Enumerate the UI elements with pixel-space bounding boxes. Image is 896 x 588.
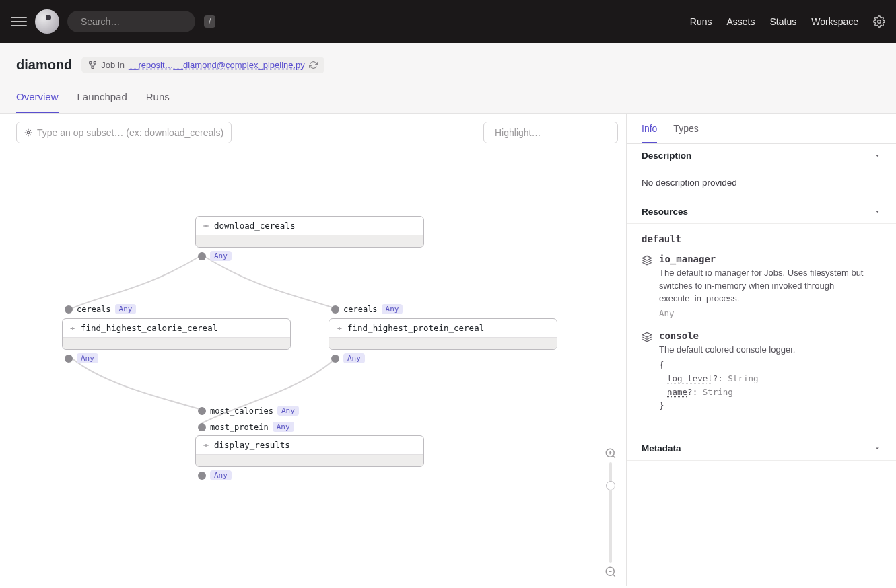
port-dot-icon	[331, 355, 339, 363]
page-tabs: Overview Launchpad Runs	[16, 91, 880, 113]
type-badge: Any	[382, 304, 403, 314]
input-port-cereals[interactable]: cereals Any	[65, 304, 136, 314]
reload-icon[interactable]	[309, 61, 318, 69]
zoom-control	[605, 447, 617, 578]
type-badge: Any	[210, 251, 232, 261]
sub-header: diamond Job in __reposit…__diamond@compl…	[0, 43, 896, 114]
section-header-metadata[interactable]: Metadata	[627, 437, 896, 461]
resource-title: io_manager	[659, 254, 881, 264]
search-shortcut-hint: /	[204, 15, 215, 28]
svg-marker-29	[642, 332, 651, 337]
job-location-badge: Job in __reposit…__diamond@complex_pipel…	[81, 57, 324, 73]
op-subset-input[interactable]	[37, 127, 224, 138]
op-label: display_results	[214, 440, 290, 450]
section-header-description[interactable]: Description	[627, 144, 896, 168]
svg-rect-5	[92, 66, 94, 68]
resources-body: default io_manager The default io manage…	[627, 224, 896, 437]
content-area: download_cereals Any cereals Any find_hi…	[0, 114, 896, 586]
op-node-display-results[interactable]: display_results	[195, 435, 424, 467]
svg-point-2	[878, 20, 881, 24]
op-node-download-cereals[interactable]: download_cereals	[195, 216, 424, 248]
side-tab-types[interactable]: Types	[673, 123, 698, 143]
type-badge: Any	[343, 353, 365, 363]
resource-description: The default io manager for Jobs. Uses fi…	[659, 267, 881, 305]
svg-point-9	[205, 225, 207, 227]
tab-runs[interactable]: Runs	[146, 91, 170, 113]
resource-title: console	[659, 330, 795, 341]
description-body: No description provided	[627, 168, 896, 200]
port-dot-icon	[65, 305, 73, 314]
chevron-down-icon	[874, 152, 881, 159]
op-label: find_highest_calorie_cereal	[81, 323, 217, 333]
graph-canvas[interactable]: download_cereals Any cereals Any find_hi…	[0, 114, 627, 586]
global-search[interactable]: /	[67, 11, 195, 32]
top-bar: / Runs Assets Status Workspace	[0, 0, 896, 43]
port-dot-icon	[198, 252, 206, 260]
section-header-resources[interactable]: Resources	[627, 200, 896, 224]
svg-line-22	[613, 455, 615, 457]
svg-point-6	[27, 131, 30, 134]
output-port[interactable]: Any	[65, 353, 98, 363]
resource-item-console: console The default colored console logg…	[642, 330, 881, 413]
side-panel-tabs: Info Types	[627, 114, 896, 144]
op-label: find_highest_protein_cereal	[347, 323, 484, 333]
input-label: cereals	[343, 305, 378, 314]
type-badge: Any	[115, 304, 137, 314]
tab-overview[interactable]: Overview	[16, 91, 59, 113]
resource-type: Any	[659, 308, 881, 318]
gear-icon[interactable]	[873, 15, 885, 28]
section-title: Resources	[642, 207, 688, 217]
op-subset-filter[interactable]	[16, 122, 232, 143]
port-dot-icon	[198, 472, 206, 480]
nav-runs[interactable]: Runs	[690, 16, 712, 27]
svg-line-26	[613, 574, 615, 576]
job-location-link[interactable]: __reposit…__diamond@complex_pipeline.py	[129, 60, 305, 70]
side-panel: Info Types Description No description pr…	[627, 114, 896, 586]
svg-point-12	[72, 327, 74, 329]
input-label: most_protein	[210, 422, 269, 432]
port-dot-icon	[198, 407, 206, 415]
layers-icon	[642, 255, 652, 266]
search-input[interactable]	[81, 16, 199, 27]
highlight-filter[interactable]	[483, 122, 618, 143]
resource-group-name: default	[642, 233, 881, 244]
chevron-down-icon	[874, 208, 881, 215]
output-port[interactable]: Any	[331, 353, 365, 363]
input-port-most-protein[interactable]: most_protein Any	[198, 422, 294, 432]
svg-rect-3	[90, 62, 92, 64]
zoom-out-icon[interactable]	[605, 566, 617, 578]
job-graph-icon	[88, 61, 97, 69]
app-logo[interactable]	[35, 9, 59, 34]
subset-icon	[24, 128, 33, 137]
nav-assets[interactable]: Assets	[727, 16, 755, 27]
output-port[interactable]: Any	[198, 251, 232, 261]
highlight-input[interactable]	[495, 127, 613, 138]
svg-marker-28	[642, 256, 651, 260]
type-badge: Any	[77, 353, 98, 363]
svg-point-18	[205, 444, 207, 446]
svg-point-15	[339, 327, 341, 329]
menu-icon[interactable]	[11, 13, 27, 30]
zoom-in-icon[interactable]	[605, 447, 617, 460]
zoom-slider-track[interactable]	[609, 462, 612, 563]
op-icon	[336, 325, 343, 332]
op-node-find-highest-protein[interactable]: find_highest_protein_cereal	[329, 318, 557, 350]
section-title: Description	[642, 151, 691, 161]
op-node-find-highest-calorie[interactable]: find_highest_calorie_cereal	[62, 318, 291, 350]
tab-launchpad[interactable]: Launchpad	[77, 91, 127, 113]
resource-config-schema: { log_level?: String name?: String }	[659, 359, 795, 412]
port-dot-icon	[65, 355, 73, 363]
nav-workspace[interactable]: Workspace	[811, 16, 858, 27]
page-title: diamond	[16, 57, 72, 73]
input-label: most_calories	[210, 406, 273, 416]
op-icon	[203, 442, 209, 449]
input-port-cereals[interactable]: cereals Any	[331, 304, 403, 314]
nav-status[interactable]: Status	[770, 16, 797, 27]
layers-icon	[642, 332, 652, 342]
type-badge: Any	[277, 406, 299, 416]
section-title: Metadata	[642, 443, 681, 453]
zoom-slider-thumb[interactable]	[606, 481, 615, 490]
output-port[interactable]: Any	[198, 470, 232, 480]
side-tab-info[interactable]: Info	[642, 123, 657, 143]
input-port-most-calories[interactable]: most_calories Any	[198, 406, 299, 416]
